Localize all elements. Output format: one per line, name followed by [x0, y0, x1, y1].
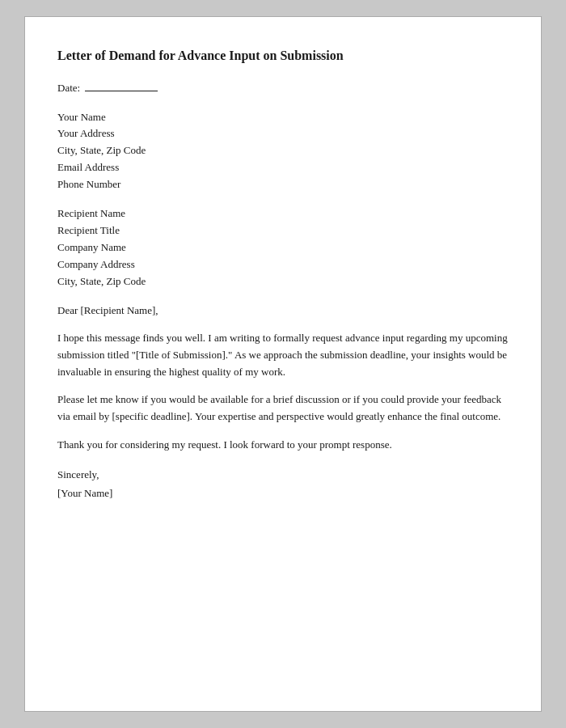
body-paragraph-1: I hope this message finds you well. I am…: [57, 330, 509, 380]
recipient-title: Recipient Title: [57, 222, 509, 239]
sender-block: Your Name Your Address City, State, Zip …: [57, 109, 509, 193]
recipient-name: Recipient Name: [57, 205, 509, 222]
letter-title: Letter of Demand for Advance Input on Su…: [57, 46, 509, 66]
recipient-company-address: Company Address: [57, 256, 509, 273]
sender-name: Your Name: [57, 109, 509, 126]
closing-word: Sincerely,: [57, 465, 509, 484]
recipient-block: Recipient Name Recipient Title Company N…: [57, 205, 509, 290]
body-paragraph-3: Thank you for considering my request. I …: [57, 437, 509, 454]
sender-email: Email Address: [57, 159, 509, 176]
sender-address: Your Address: [57, 125, 509, 142]
recipient-company-name: Company Name: [57, 239, 509, 256]
closing-block: Sincerely, [Your Name]: [57, 465, 509, 503]
page-background: Letter of Demand for Advance Input on Su…: [0, 0, 566, 728]
letter-document: Letter of Demand for Advance Input on Su…: [24, 16, 542, 712]
recipient-city-state-zip: City, State, Zip Code: [57, 273, 509, 290]
date-underline: [85, 80, 158, 91]
date-line: Date:: [57, 80, 509, 96]
salutation: Dear [Recipient Name],: [57, 303, 509, 319]
closing-name: [Your Name]: [57, 484, 509, 502]
date-label: Date:: [57, 80, 80, 96]
sender-phone: Phone Number: [57, 176, 509, 193]
body-paragraph-2: Please let me know if you would be avail…: [57, 392, 509, 425]
sender-city-state-zip: City, State, Zip Code: [57, 142, 509, 159]
